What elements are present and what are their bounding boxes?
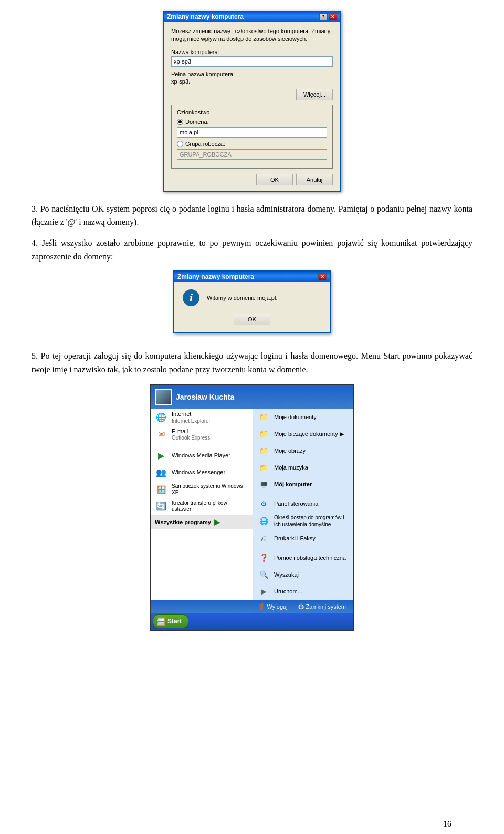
transfer-icon: 🔄 <box>155 500 167 513</box>
recent-docs-icon: 📁 <box>257 428 270 440</box>
menu-item-internet-text: Internet Internet Explorer <box>172 411 211 423</box>
menu-item-run[interactable]: ▶ Uruchom... <box>253 583 353 600</box>
menu-item-help[interactable]: ❓ Pomoc i obsługa techniczna <box>253 549 353 566</box>
all-programs-label: Wszystkie programy <box>155 519 211 525</box>
run-icon: ▶ <box>257 585 270 598</box>
default-programs-icon: 🌐 <box>257 515 270 527</box>
ok-button-welcome[interactable]: OK <box>234 314 270 325</box>
control-panel-icon: ⚙ <box>257 497 270 510</box>
help-icon: ❓ <box>257 551 270 564</box>
internet-icon: 🌐 <box>155 411 167 423</box>
paragraph-5-text: 5. Po tej operacji zaloguj się do komput… <box>32 351 472 374</box>
paragraph-3-text: 3. Po naciśnięciu OK system poprosi cię … <box>32 204 472 227</box>
start-menu-header: Jarosław Kuchta <box>151 385 353 409</box>
shutdown-label: Zamknij system <box>306 603 346 610</box>
welcome-row: i Witamy w domenie moja.pl. <box>183 289 321 306</box>
dialog-top-buttons: OK Anuluj <box>171 174 333 185</box>
workgroup-input: GRUPA_ROBOCZA <box>177 149 327 160</box>
menu-item-printers[interactable]: 🖨 Drukarki i Faksy <box>253 530 353 547</box>
logout-icon: 🚪 <box>258 603 265 610</box>
menu-item-my-music[interactable]: 📁 Moja muzyka <box>253 459 353 476</box>
user-avatar <box>155 389 172 405</box>
more-button[interactable]: Więcej... <box>296 89 333 100</box>
close-button-top[interactable]: ✕ <box>329 13 337 20</box>
email-icon: ✉ <box>155 428 167 441</box>
menu-item-my-computer[interactable]: 💻 Mój komputer <box>253 476 353 493</box>
close-button-welcome[interactable]: ✕ <box>318 273 327 280</box>
start-menu-right: 📁 Moje dokumenty 📁 Moje bieżące dokument… <box>253 409 353 600</box>
tutorial-icon: 🪟 <box>155 483 167 496</box>
paragraph-5: 5. Po tej operacji zaloguj się do komput… <box>32 349 472 376</box>
dialog-rename-computer-top: Zmiany nazwy komputera ? ✕ Możesz zmieni… <box>163 11 341 192</box>
info-icon: i <box>183 289 200 306</box>
paragraph-4-intro: 4. Jeśli wszystko zostało zrobione popra… <box>32 236 472 263</box>
logout-button[interactable]: 🚪 Wyloguj <box>255 602 291 611</box>
full-name-label: Pełna nazwa komputera: <box>171 71 333 77</box>
dialog-top-info: Możesz zmienić nazwę i członkostwo tego … <box>171 27 333 44</box>
user-name: Jarosław Kuchta <box>176 393 234 401</box>
menu-divider-right-1 <box>255 494 351 494</box>
start-menu-left: 🌐 Internet Internet Explorer ✉ E-mail Ou… <box>151 409 253 600</box>
menu-item-recent-docs[interactable]: 📁 Moje bieżące dokumenty ▶ <box>253 425 353 442</box>
tutorial-text: Samouczek systemu Windows XP <box>172 483 248 496</box>
workgroup-radio[interactable] <box>177 141 183 147</box>
messenger-text: Windows Messenger <box>172 469 225 476</box>
my-music-icon: 📁 <box>257 461 270 474</box>
menu-item-media-player[interactable]: ▶ Windows Media Player <box>151 447 253 464</box>
ok-button-top[interactable]: OK <box>256 174 293 185</box>
titlebar-welcome: Zmiany nazwy komputera ✕ <box>174 272 330 282</box>
domain-input[interactable]: moja.pl <box>177 127 327 138</box>
start-menu-body: 🌐 Internet Internet Explorer ✉ E-mail Ou… <box>151 409 353 600</box>
start-icon: 🪟 <box>156 617 165 626</box>
all-programs-arrow: ▶ <box>214 518 220 526</box>
start-label: Start <box>167 618 182 625</box>
menu-item-default-programs[interactable]: 🌐 Określ dostęp do programów i ich ustaw… <box>253 512 353 530</box>
help-button-top[interactable]: ? <box>319 13 328 20</box>
computer-name-value: xp-sp3 <box>174 58 191 65</box>
welcome-message: Witamy w domenie moja.pl. <box>207 295 278 301</box>
membership-label: Członkostwo <box>177 109 327 116</box>
menu-item-email[interactable]: ✉ E-mail Outlook Express <box>151 426 253 443</box>
domain-label: Domena: <box>185 119 209 125</box>
domain-radio[interactable] <box>177 119 183 125</box>
titlebar-top-label: Zmiany nazwy komputera <box>167 13 244 20</box>
membership-group: Członkostwo Domena: moja.pl Grupa robocz… <box>171 105 333 169</box>
menu-item-internet[interactable]: 🌐 Internet Internet Explorer <box>151 409 253 425</box>
menu-item-tutorial[interactable]: 🪟 Samouczek systemu Windows XP <box>151 481 253 498</box>
paragraph-4-text: 4. Jeśli wszystko zostało zrobione popra… <box>32 238 472 261</box>
workgroup-radio-row: Grupa robocza: <box>177 141 327 147</box>
menu-item-messenger[interactable]: 👥 Windows Messenger <box>151 464 253 481</box>
menu-item-search[interactable]: 🔍 Wyszukaj <box>253 566 353 583</box>
shutdown-button[interactable]: ⏻ Zamknij system <box>295 602 349 611</box>
start-menu: Jarosław Kuchta 🌐 Internet Internet Expl… <box>151 385 353 613</box>
my-computer-icon: 💻 <box>257 478 270 491</box>
shutdown-icon: ⏻ <box>298 603 304 610</box>
all-programs-button[interactable]: Wszystkie programy ▶ <box>151 515 253 529</box>
cancel-button-top[interactable]: Anuluj <box>296 174 333 185</box>
titlebar-top-buttons: ? ✕ <box>319 13 337 20</box>
titlebar-top: Zmiany nazwy komputera ? ✕ <box>164 12 340 22</box>
menu-item-my-images[interactable]: 📁 Moje obrazy <box>253 442 353 459</box>
taskbar: 🪟 Start <box>151 613 353 630</box>
titlebar-welcome-label: Zmiany nazwy komputera <box>177 273 254 280</box>
search-icon: 🔍 <box>257 568 270 581</box>
computer-name-input[interactable]: xp-sp3 <box>171 56 333 67</box>
start-button[interactable]: 🪟 Start <box>153 614 188 628</box>
page-number: 16 <box>443 819 452 829</box>
workgroup-label: Grupa robocza: <box>185 141 225 147</box>
transfer-text: Kreator transferu plików i ustawień <box>172 500 248 513</box>
menu-item-transfer[interactable]: 🔄 Kreator transferu plików i ustawień <box>151 498 253 515</box>
media-player-text: Windows Media Player <box>172 452 230 459</box>
printers-icon: 🖨 <box>257 532 270 545</box>
menu-item-control-panel[interactable]: ⚙ Panel sterowania <box>253 495 353 512</box>
full-name-value: xp-sp3. <box>171 78 333 85</box>
my-images-icon: 📁 <box>257 444 270 457</box>
domain-radio-row: Domena: <box>177 119 327 125</box>
welcome-content: i Witamy w domenie moja.pl. OK <box>174 282 330 332</box>
logout-label: Wyloguj <box>267 603 288 610</box>
menu-item-my-docs[interactable]: 📁 Moje dokumenty <box>253 409 353 425</box>
domain-value: moja.pl <box>180 129 198 135</box>
menu-divider-right-2 <box>255 548 351 548</box>
start-menu-screenshot: Jarosław Kuchta 🌐 Internet Internet Expl… <box>150 384 354 631</box>
dialog-welcome: Zmiany nazwy komputera ✕ i Witamy w dome… <box>173 270 331 333</box>
